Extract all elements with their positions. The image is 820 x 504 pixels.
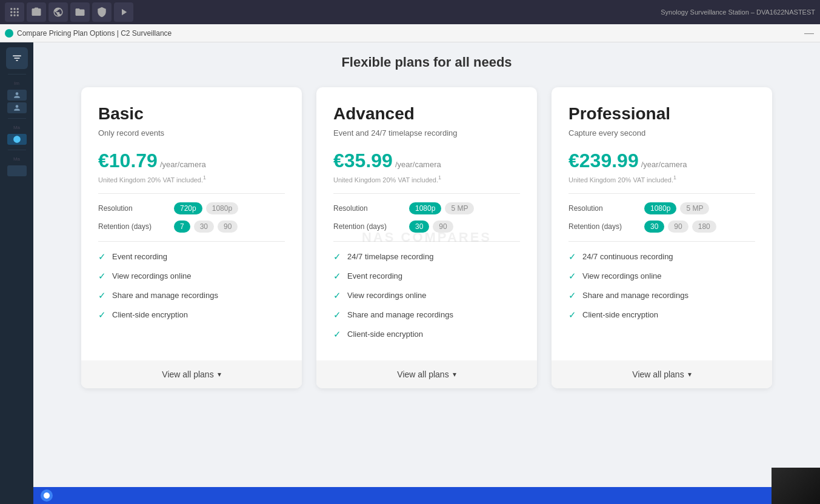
advanced-retention-label: Retention (days) <box>333 222 403 231</box>
taskbar-play[interactable] <box>114 2 133 22</box>
professional-plan-name: Professional <box>568 104 755 124</box>
professional-resolution-label: Resolution <box>568 204 638 213</box>
svg-rect-8 <box>17 15 19 16</box>
professional-view-all-label: View all plans <box>632 370 684 379</box>
pricing-grid: Basic Only record events €10.79 /year/ca… <box>81 87 772 388</box>
professional-retention-180[interactable]: 180 <box>692 220 716 233</box>
basic-plan-name: Basic <box>98 104 285 124</box>
professional-resolution-1080p[interactable]: 1080p <box>644 202 676 214</box>
advanced-feature-4: ✓ Share and manage recordings <box>333 310 520 320</box>
svg-point-11 <box>15 105 18 108</box>
taskbar-network[interactable] <box>48 2 68 22</box>
advanced-feature-5: ✓ Client-side encryption <box>333 329 520 340</box>
advanced-resolution-pills: 1080p 5 MP <box>409 202 474 214</box>
basic-price-amount: €10.79 <box>98 150 158 172</box>
bottom-notification-bar <box>33 487 772 504</box>
advanced-retention-row: Retention (days) 30 90 <box>333 220 520 233</box>
plan-card-professional: Professional Capture every second €239.9… <box>552 87 772 388</box>
advanced-chevron-icon: ▾ <box>453 370 456 379</box>
basic-view-all-label: View all plans <box>162 370 213 379</box>
check-icon-adv-3: ✓ <box>333 290 341 301</box>
basic-feature-3: ✓ Share and manage recordings <box>98 290 285 301</box>
sidebar-item-4[interactable] <box>7 165 27 176</box>
sidebar-item-3[interactable] <box>7 134 27 145</box>
professional-divider-2 <box>568 241 755 242</box>
title-bar: Compare Pricing Plan Options | C2 Survei… <box>0 24 820 42</box>
professional-feature-3: ✓ Share and manage recordings <box>568 290 755 301</box>
advanced-feature-1: ✓ 24/7 timelapse recording <box>333 251 520 262</box>
advanced-retention-30[interactable]: 30 <box>409 220 429 233</box>
svg-rect-2 <box>17 8 19 10</box>
sidebar-item-2[interactable] <box>7 102 27 113</box>
basic-feature-1: ✓ Event recording <box>98 251 285 262</box>
advanced-retention-90[interactable]: 90 <box>433 220 453 233</box>
professional-resolution-5mp[interactable]: 5 MP <box>680 202 709 214</box>
advanced-view-all-button[interactable]: View all plans ▾ <box>316 360 537 388</box>
professional-feature-4: ✓ Client-side encryption <box>568 310 755 320</box>
check-icon-pro-1: ✓ <box>568 251 576 262</box>
professional-view-all-button[interactable]: View all plans ▾ <box>552 360 772 388</box>
title-bar-minimize[interactable]: — <box>803 27 815 39</box>
basic-retention-row: Retention (days) 7 30 90 <box>98 220 285 233</box>
basic-view-all-button[interactable]: View all plans ▾ <box>81 360 302 388</box>
advanced-price-vat: United Kingdom 20% VAT included.1 <box>333 174 520 184</box>
taskbar-settings[interactable] <box>92 2 112 22</box>
basic-resolution-720p[interactable]: 720p <box>174 202 202 214</box>
title-bar-favicon <box>5 29 13 38</box>
basic-divider-2 <box>98 241 285 242</box>
thumbnail-preview <box>772 468 820 504</box>
basic-features-list: ✓ Event recording ✓ View recordings onli… <box>98 251 285 320</box>
sidebar-items-group <box>0 90 33 113</box>
taskbar-app-grid[interactable] <box>5 2 24 22</box>
check-icon-pro-3: ✓ <box>568 290 576 301</box>
sidebar-divider-3 <box>8 150 26 150</box>
advanced-divider-1 <box>333 193 520 194</box>
check-icon-pro-4: ✓ <box>568 310 576 320</box>
check-icon-2: ✓ <box>98 271 106 282</box>
advanced-view-all-label: View all plans <box>397 370 448 379</box>
basic-resolution-1080p[interactable]: 1080p <box>206 202 238 214</box>
professional-plan-tagline: Capture every second <box>568 128 755 138</box>
sidebar: Im Ma Ma <box>0 42 33 504</box>
professional-chevron-icon: ▾ <box>688 370 692 379</box>
basic-retention-pills: 7 30 90 <box>174 220 238 233</box>
check-icon-adv-4: ✓ <box>333 310 341 320</box>
plan-card-basic: Basic Only record events €10.79 /year/ca… <box>81 87 302 388</box>
professional-price-period: /year/camera <box>641 160 687 169</box>
taskbar-folder[interactable] <box>70 2 90 22</box>
check-icon-adv-1: ✓ <box>333 251 341 262</box>
basic-retention-90[interactable]: 90 <box>218 220 238 233</box>
basic-divider-1 <box>98 193 285 194</box>
svg-rect-0 <box>10 8 12 10</box>
svg-rect-4 <box>14 12 16 13</box>
basic-retention-30[interactable]: 30 <box>194 220 214 233</box>
sidebar-label-ma: Ma <box>13 124 20 131</box>
professional-retention-row: Retention (days) 30 90 180 <box>568 220 755 233</box>
advanced-resolution-5mp[interactable]: 5 MP <box>445 202 474 214</box>
svg-rect-6 <box>10 15 12 16</box>
basic-feature-2: ✓ View recordings online <box>98 271 285 282</box>
basic-price-period: /year/camera <box>160 160 206 169</box>
bottom-bar-icon <box>41 489 53 502</box>
advanced-feature-3: ✓ View recordings online <box>333 290 520 301</box>
check-icon-pro-2: ✓ <box>568 271 576 282</box>
check-icon-adv-5: ✓ <box>333 329 341 340</box>
professional-retention-label: Retention (days) <box>568 222 638 231</box>
professional-features-list: ✓ 24/7 continuous recording ✓ View recor… <box>568 251 755 320</box>
professional-resolution-pills: 1080p 5 MP <box>644 202 709 214</box>
sidebar-item-filter[interactable] <box>6 47 28 69</box>
professional-retention-90[interactable]: 90 <box>668 220 688 233</box>
advanced-resolution-1080p[interactable]: 1080p <box>409 202 441 214</box>
svg-rect-3 <box>10 12 12 13</box>
title-bar-text: Compare Pricing Plan Options | C2 Survei… <box>17 29 172 38</box>
taskbar-camera[interactable] <box>27 2 46 22</box>
sidebar-item-1[interactable] <box>7 90 27 101</box>
professional-feature-1: ✓ 24/7 continuous recording <box>568 251 755 262</box>
professional-divider-1 <box>568 193 755 194</box>
thumbnail-content <box>772 468 820 504</box>
professional-retention-30[interactable]: 30 <box>644 220 664 233</box>
basic-retention-7[interactable]: 7 <box>174 220 190 233</box>
advanced-plan-tagline: Event and 24/7 timelapse recording <box>333 128 520 138</box>
basic-resolution-row: Resolution 720p 1080p <box>98 202 285 214</box>
basic-retention-label: Retention (days) <box>98 222 168 231</box>
